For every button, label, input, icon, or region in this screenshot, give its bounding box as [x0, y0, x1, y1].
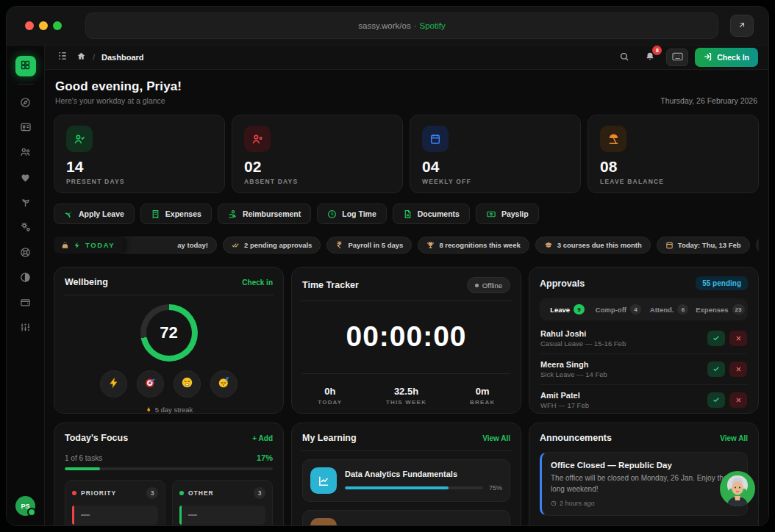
mood-stressed-button[interactable]: [174, 370, 201, 398]
tab-label: Leave: [550, 306, 570, 314]
sidebar-item-explore[interactable]: [15, 91, 37, 116]
users-icon: [20, 146, 32, 161]
approvals-tabs: Leave 9 Comp-off 4 Attend. 6: [540, 298, 748, 320]
wellbeing-check-in-link[interactable]: Check in: [242, 278, 273, 287]
mood-focus-button[interactable]: [137, 370, 164, 398]
reject-button[interactable]: [729, 362, 747, 377]
column-label: PRIORITY: [81, 489, 116, 497]
documents-button[interactable]: Documents: [393, 204, 470, 224]
sidebar-divider: [18, 84, 34, 85]
stat-value: 04: [422, 158, 568, 175]
sidebar: PS: [7, 46, 45, 526]
stat-value: 02: [244, 158, 390, 175]
keyboard-icon: [672, 52, 683, 63]
course-item[interactable]: Data Analytics Fundamentals 75%: [302, 459, 510, 502]
sidebar-item-help[interactable]: [15, 241, 37, 266]
mood-energy-button[interactable]: [100, 370, 127, 398]
ticker-pill[interactable]: 2 pending approvals: [223, 237, 321, 254]
reject-button[interactable]: [729, 331, 747, 346]
notifications-button[interactable]: 8: [640, 48, 660, 66]
stat-label: LEAVE BALANCE: [600, 178, 746, 185]
close-window-button[interactable]: [25, 21, 34, 30]
stat-card-weekly-off[interactable]: 04 WEEKLY OFF: [410, 115, 581, 193]
approve-button[interactable]: [707, 331, 725, 346]
sprout-icon: [20, 197, 31, 211]
log-time-button[interactable]: Log Time: [317, 204, 386, 224]
ticker-pill[interactable]: Payroll in 5 days: [326, 237, 412, 254]
reject-button[interactable]: [729, 392, 747, 408]
double-check-icon: [232, 241, 240, 249]
tab-comp-off[interactable]: Comp-off 4: [593, 301, 643, 318]
sidebar-item-team[interactable]: [15, 141, 37, 166]
sidebar-item-preferences[interactable]: [15, 316, 37, 341]
sidebar-item-settings[interactable]: [15, 216, 37, 241]
course-progress-bar: [345, 486, 483, 489]
mood-sleepy-button[interactable]: [210, 370, 238, 398]
mood-row: [65, 370, 273, 398]
check-icon: [712, 333, 720, 344]
quick-action-label: Expenses: [165, 209, 201, 218]
assistant-avatar[interactable]: [717, 468, 758, 509]
stat-value: 08: [600, 158, 746, 175]
sidebar-item-reports[interactable]: [15, 266, 37, 291]
sidebar-item-wallet[interactable]: [15, 291, 37, 316]
ticker-pill[interactable]: 3 on leave today: [756, 237, 759, 254]
minimize-window-button[interactable]: [39, 21, 48, 30]
requester-name: Amit Patel: [540, 391, 589, 400]
breadcrumb-home[interactable]: [76, 51, 86, 64]
other-dot-icon: [179, 491, 184, 495]
open-external-button[interactable]: [730, 15, 754, 37]
tracker-stat-value: 32.5h: [368, 386, 445, 397]
status-text: Offline: [482, 281, 502, 290]
tab-attendance[interactable]: Attend. 6: [645, 301, 694, 318]
user-avatar[interactable]: PS: [15, 496, 35, 516]
tab-leave[interactable]: Leave 9: [543, 301, 592, 318]
tracker-stat-label: TODAY: [292, 399, 368, 406]
main-area: / Dashboard 8 Check In: [45, 46, 768, 526]
add-task-button[interactable]: + Add: [252, 434, 273, 442]
ticker-pill[interactable]: 3 courses due this month: [535, 237, 651, 254]
task-checkbox[interactable]: [81, 514, 90, 516]
tab-expenses[interactable]: Expenses 23: [696, 301, 745, 318]
url-bar[interactable]: sassy.work/os · Spotify: [85, 12, 718, 39]
status-dot-icon: [475, 284, 479, 287]
tracker-stat-value: 0m: [444, 386, 521, 397]
approve-button[interactable]: [707, 362, 725, 377]
url-separator: ·: [414, 21, 417, 30]
avatar-initials: PS: [21, 503, 29, 510]
sidebar-toggle-button[interactable]: [55, 48, 70, 66]
requester-name: Meera Singh: [540, 360, 607, 369]
sidebar-item-growth[interactable]: [15, 191, 37, 216]
reimbursement-button[interactable]: Reimbursement: [218, 204, 311, 224]
bolt-emoji-icon: [108, 377, 120, 392]
expenses-button[interactable]: Expenses: [140, 204, 212, 224]
angry-face-emoji-icon: [181, 376, 193, 392]
stat-label: PRESENT DAYS: [66, 178, 213, 185]
ticker-pill[interactable]: Today: Thu, 13 Feb: [657, 237, 750, 254]
other-column: OTHER 3: [172, 480, 273, 526]
maximize-window-button[interactable]: [53, 21, 62, 30]
sidebar-item-wellbeing[interactable]: [15, 166, 37, 191]
tab-label: Attend.: [650, 306, 674, 314]
approve-button[interactable]: [707, 392, 725, 408]
sidebar-item-dashboard[interactable]: [15, 56, 36, 76]
breadcrumb-separator: /: [93, 53, 95, 62]
task-item[interactable]: [179, 506, 265, 525]
learning-view-all-link[interactable]: View All: [482, 434, 510, 442]
sidebar-item-id-card[interactable]: [15, 116, 37, 141]
id-card-icon: [20, 121, 32, 136]
receipt-icon: [151, 209, 160, 219]
course-item[interactable]: Leadership Essentials: [302, 510, 510, 526]
keyboard-shortcuts-button[interactable]: [666, 48, 688, 66]
task-item[interactable]: [72, 506, 158, 525]
stat-card-present-days[interactable]: 14 PRESENT DAYS: [54, 115, 225, 193]
ticker-pill[interactable]: 8 recognitions this week: [418, 237, 529, 254]
apply-leave-button[interactable]: Apply Leave: [54, 204, 135, 224]
payslip-button[interactable]: Payslip: [476, 204, 539, 224]
task-checkbox[interactable]: [188, 514, 197, 516]
search-button[interactable]: [615, 48, 634, 66]
stat-card-leave-balance[interactable]: 08 LEAVE BALANCE: [588, 115, 759, 193]
stat-card-absent-days[interactable]: 02 ABSENT DAYS: [232, 115, 403, 193]
announcements-view-all-link[interactable]: View All: [720, 434, 748, 442]
check-in-button[interactable]: Check In: [695, 48, 758, 67]
